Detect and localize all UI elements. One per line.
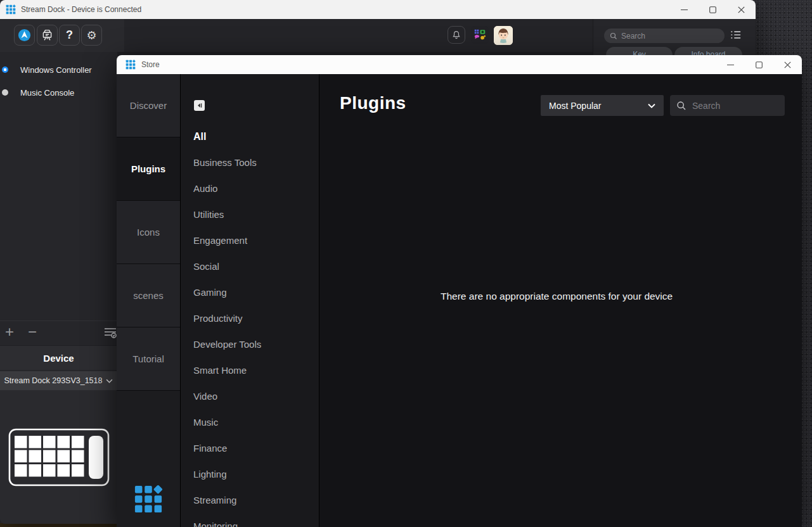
collapse-sidebar-button[interactable] bbox=[194, 100, 205, 111]
profile-label: Windows Controller bbox=[20, 65, 92, 75]
store-titlebar: Store bbox=[117, 55, 802, 74]
store-tab[interactable]: Discover bbox=[117, 74, 180, 137]
category-label: Productivity bbox=[193, 313, 243, 324]
category-item[interactable]: Social bbox=[181, 253, 319, 279]
empty-state-message: There are no appropriate components for … bbox=[441, 289, 681, 303]
collapse-left-icon bbox=[195, 101, 203, 110]
store-window: Store Discover Plugins bbox=[117, 55, 802, 527]
remove-profile-button[interactable]: − bbox=[23, 321, 42, 345]
profile-item[interactable]: Windows Controller bbox=[0, 58, 117, 81]
store-close-button[interactable] bbox=[773, 55, 802, 74]
easel-icon bbox=[41, 29, 54, 42]
store-tab[interactable]: Icons bbox=[117, 201, 180, 264]
category-label: Business Tools bbox=[193, 157, 257, 168]
store-body: Discover Plugins Icons scenes Tutorial bbox=[117, 74, 802, 527]
category-label: Audio bbox=[193, 183, 217, 194]
list-view-button[interactable] bbox=[730, 30, 742, 40]
category-label: Streaming bbox=[193, 495, 236, 505]
help-button[interactable]: ? bbox=[59, 25, 80, 46]
radio-icon[interactable] bbox=[2, 89, 8, 96]
close-button[interactable] bbox=[727, 0, 756, 19]
profile-actions: + − bbox=[0, 321, 117, 345]
store-tabs: Discover Plugins Icons scenes Tutorial bbox=[117, 74, 181, 527]
sort-dropdown[interactable]: Most Popular bbox=[541, 95, 664, 116]
search-icon bbox=[676, 101, 686, 111]
add-profile-button[interactable]: + bbox=[0, 321, 19, 345]
store-main: Plugins Most Popular There are no approp… bbox=[319, 74, 802, 527]
category-item[interactable]: Video bbox=[181, 383, 319, 409]
presentation-button[interactable] bbox=[37, 25, 58, 46]
list-icon bbox=[730, 30, 742, 40]
category-list: All Business Tools Audio Utilities bbox=[181, 124, 319, 527]
category-label: Finance bbox=[193, 443, 227, 454]
device-preview bbox=[0, 390, 117, 524]
main-titlebar: Stream Dock - Device is Connected bbox=[0, 0, 756, 19]
settings-button[interactable]: ⚙ bbox=[81, 25, 102, 46]
category-label: Developer Tools bbox=[193, 339, 261, 350]
device-selector[interactable]: Stream Dock 293SV3_1518 bbox=[0, 371, 117, 390]
community-button[interactable] bbox=[471, 26, 489, 44]
category-item[interactable]: Business Tools bbox=[181, 149, 319, 175]
store-tab[interactable]: scenes bbox=[117, 264, 180, 327]
category-item[interactable]: Engagement bbox=[181, 227, 319, 253]
search-icon bbox=[610, 32, 617, 40]
store-minimize-button[interactable] bbox=[716, 55, 745, 74]
category-label: Social bbox=[193, 261, 219, 272]
category-item[interactable]: Developer Tools bbox=[181, 331, 319, 357]
category-item[interactable]: Lighting bbox=[181, 461, 319, 487]
store-logo-icon bbox=[126, 60, 136, 70]
user-avatar[interactable] bbox=[494, 26, 513, 45]
page-title: Plugins bbox=[340, 93, 406, 113]
panel-search[interactable] bbox=[604, 29, 725, 43]
category-panel: All Business Tools Audio Utilities bbox=[181, 74, 319, 527]
device-name: Stream Dock 293SV3_1518 bbox=[4, 376, 103, 385]
profile-settings-button[interactable] bbox=[103, 326, 117, 339]
category-label: Music bbox=[193, 417, 218, 428]
store-window-title: Store bbox=[141, 60, 160, 69]
category-item[interactable]: Utilities bbox=[181, 201, 319, 227]
category-item[interactable]: Monitoring bbox=[181, 513, 319, 527]
store-tab-label: Tutorial bbox=[132, 353, 164, 364]
store-maximize-button[interactable] bbox=[745, 55, 773, 74]
profile-item[interactable]: Music Console bbox=[0, 81, 117, 104]
chevron-down-icon bbox=[648, 103, 655, 108]
category-item[interactable]: Finance bbox=[181, 435, 319, 461]
category-label: Engagement bbox=[193, 235, 247, 246]
category-label: Gaming bbox=[193, 287, 227, 298]
store-tab-label: scenes bbox=[133, 290, 164, 301]
bell-icon bbox=[451, 30, 461, 40]
chevron-down-icon bbox=[106, 379, 113, 383]
app-arrow-icon bbox=[17, 28, 32, 42]
category-item[interactable]: Smart Home bbox=[181, 357, 319, 383]
home-button[interactable] bbox=[14, 25, 35, 46]
category-label: Monitoring bbox=[193, 521, 238, 527]
stream-dock-store-logo bbox=[134, 485, 163, 514]
radio-icon[interactable] bbox=[2, 67, 8, 73]
store-tab[interactable]: Tutorial bbox=[117, 327, 180, 391]
category-item[interactable]: Gaming bbox=[181, 279, 319, 305]
category-label: Smart Home bbox=[193, 365, 247, 376]
category-item[interactable]: Streaming bbox=[181, 487, 319, 513]
category-label: Lighting bbox=[193, 469, 227, 479]
device-section-title: Device bbox=[0, 345, 117, 370]
store-search[interactable] bbox=[670, 95, 785, 116]
category-label: All bbox=[193, 131, 206, 142]
category-item[interactable]: Productivity bbox=[181, 305, 319, 331]
mixer-icon bbox=[103, 326, 117, 339]
category-item[interactable]: Audio bbox=[181, 175, 319, 201]
notifications-button[interactable] bbox=[448, 26, 465, 44]
store-search-input[interactable] bbox=[692, 101, 778, 111]
device-preview-graphic bbox=[8, 428, 110, 486]
community-apps-icon bbox=[473, 28, 487, 42]
maximize-button[interactable] bbox=[699, 0, 727, 19]
stream-dock-logo-icon bbox=[6, 4, 16, 15]
sort-value: Most Popular bbox=[549, 101, 601, 111]
store-tab-label: Discover bbox=[130, 100, 167, 111]
store-window-controls bbox=[716, 55, 802, 74]
category-item[interactable]: Music bbox=[181, 409, 319, 435]
minimize-button[interactable] bbox=[670, 0, 699, 19]
store-tab[interactable]: Plugins bbox=[117, 137, 180, 201]
question-mark-icon: ? bbox=[66, 29, 73, 42]
category-item[interactable]: All bbox=[181, 124, 319, 149]
panel-search-input[interactable] bbox=[621, 32, 719, 41]
